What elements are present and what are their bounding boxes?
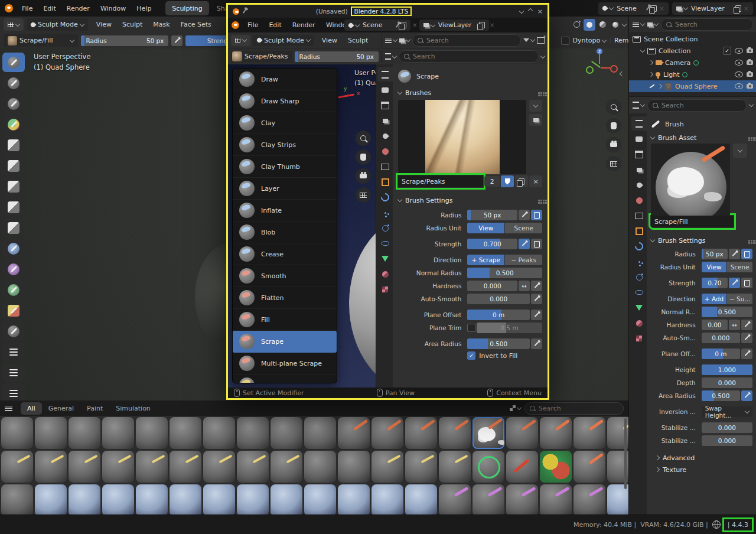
outliner-search-input[interactable]: Search <box>661 18 753 31</box>
network-globe-icon[interactable] <box>712 520 721 529</box>
viewport-menu-view[interactable]: View <box>91 18 117 31</box>
properties-filter-button[interactable] <box>385 53 396 60</box>
render-visibility-icon[interactable] <box>747 60 753 65</box>
segment-option[interactable]: + Add <box>702 294 727 304</box>
blender-logo-icon[interactable] <box>232 21 239 29</box>
minimize-icon[interactable] <box>519 9 524 14</box>
checkbox[interactable]: ✓ <box>467 351 475 360</box>
render-tab[interactable] <box>631 132 647 146</box>
brushes-panel-header[interactable]: Brushes <box>398 87 542 99</box>
shelf-brush-thumbnail[interactable] <box>573 451 605 483</box>
brush-menu-item-multi-plane-scrape[interactable]: Multi-plane Scrape <box>233 353 337 375</box>
unified-toggle-icon[interactable] <box>741 278 752 288</box>
world-tab[interactable] <box>631 193 647 207</box>
value-field[interactable]: 0.000 <box>702 435 752 446</box>
chevron-down-icon[interactable] <box>749 102 754 107</box>
brush-menu-item-inflate[interactable]: Inflate <box>233 200 337 222</box>
segment-option[interactable]: View <box>467 223 504 233</box>
world-tab[interactable] <box>377 144 393 158</box>
maximize-icon[interactable] <box>528 8 533 13</box>
active-brush-selector[interactable]: Scrape/Peaks <box>231 51 292 63</box>
value-slider[interactable]: 0 m <box>702 349 740 359</box>
shelf-tab-general[interactable]: General <box>42 402 80 415</box>
material-tab[interactable] <box>377 267 393 281</box>
shelf-brush-thumbnail[interactable] <box>271 484 302 515</box>
shelf-brush-thumbnail[interactable] <box>35 451 67 483</box>
shelf-brush-thumbnail[interactable] <box>439 417 471 449</box>
chevron-down-icon[interactable] <box>622 21 627 26</box>
tool-tab[interactable] <box>377 67 393 82</box>
x-axis-handle[interactable] <box>610 65 618 73</box>
fake-user-shield-button[interactable] <box>501 175 514 187</box>
duplicate-brush-button[interactable] <box>515 175 528 187</box>
viewlayer-selector[interactable]: ViewLayer × <box>672 2 753 15</box>
brush-menu-item-layer[interactable]: Layer <box>233 178 337 200</box>
value-field[interactable]: 0.000 <box>702 333 740 343</box>
scene-tab[interactable] <box>377 129 393 143</box>
copy-icon[interactable] <box>400 22 406 28</box>
visibility-eye-icon[interactable] <box>735 60 743 66</box>
value-slider[interactable]: 0.500 <box>467 338 530 349</box>
box-trim-tool[interactable] <box>2 197 25 217</box>
inner-titlebar[interactable]: (Unsaved) Blender 4.2.8 LTS × <box>228 5 548 18</box>
pan-hand-icon[interactable] <box>356 149 371 165</box>
expand-icon[interactable] <box>649 72 653 77</box>
segment-option[interactable]: Scene <box>505 223 542 233</box>
view-layer-tab[interactable] <box>377 113 393 128</box>
edit-face-set-tool[interactable] <box>2 301 25 320</box>
checkbox[interactable]: ✓ <box>723 47 731 55</box>
shelf-brush-thumbnail[interactable] <box>136 451 168 483</box>
data-tab[interactable] <box>377 252 393 266</box>
mode-selector[interactable]: Sculpt Mode <box>27 18 88 31</box>
shelf-brush-thumbnail[interactable] <box>102 484 134 515</box>
shelf-brush-thumbnail[interactable] <box>304 484 336 515</box>
checkbox[interactable] <box>467 324 475 332</box>
pressure-icon[interactable] <box>729 249 740 259</box>
viewport-menu-mask[interactable]: Mask <box>148 18 175 31</box>
menu-edit[interactable]: Edit <box>38 2 61 15</box>
tool-tab[interactable] <box>631 116 647 131</box>
unified-toggle-icon[interactable] <box>741 249 752 259</box>
shelf-brush-thumbnail[interactable] <box>304 451 336 483</box>
shelf-brush-thumbnail[interactable] <box>573 417 605 449</box>
expand-icon[interactable] <box>657 84 662 89</box>
collection-tab[interactable] <box>377 159 393 174</box>
shelf-brush-thumbnail[interactable] <box>237 417 269 449</box>
visibility-eye-icon[interactable] <box>735 48 743 54</box>
brush-menu-item-pinch[interactable]: Pinch <box>233 375 337 383</box>
material-tab[interactable] <box>631 316 647 330</box>
value-field[interactable]: 0.000 <box>702 377 752 388</box>
shelf-brush-thumbnail[interactable] <box>506 484 538 515</box>
blender-logo-icon[interactable] <box>5 4 13 12</box>
value-slider[interactable]: 0.5 m <box>477 323 542 333</box>
value-field[interactable]: 0.000 <box>467 281 517 291</box>
constraints-tab[interactable] <box>631 285 647 299</box>
copy-icon[interactable] <box>735 5 741 12</box>
shelf-brush-thumbnail[interactable] <box>338 451 370 483</box>
brush-menu-item-clay-thumb[interactable]: Clay Thumb <box>233 156 337 178</box>
shelf-brush-thumbnail[interactable] <box>102 451 134 483</box>
brush-tool[interactable] <box>2 53 25 72</box>
shelf-brush-thumbnail[interactable] <box>405 451 437 483</box>
value-field[interactable]: 0.000 <box>467 294 530 304</box>
shelf-brush-thumbnail[interactable] <box>170 417 201 449</box>
panel-grip-icon[interactable] <box>748 240 750 242</box>
viewport-menu-sculpt[interactable]: Sculpt <box>117 18 148 31</box>
shelf-brush-thumbnail[interactable] <box>472 451 504 483</box>
texture-tab[interactable] <box>631 331 647 346</box>
segment-option[interactable]: View <box>702 262 727 272</box>
pressure-icon[interactable] <box>531 294 542 304</box>
value-slider[interactable]: 0 m <box>467 310 530 320</box>
shelf-brush-thumbnail[interactable] <box>69 451 100 483</box>
physics-tab[interactable] <box>377 221 393 235</box>
outliner-row-collection[interactable]: Collection✓ <box>629 45 756 57</box>
menu-file[interactable]: File <box>242 19 263 32</box>
brush-menu-item-clay[interactable]: Clay <box>233 112 337 134</box>
shelf-brush-thumbnail[interactable] <box>372 417 403 449</box>
menu-window[interactable]: Window <box>95 2 131 15</box>
value-slider[interactable]: 1.000 <box>702 364 752 375</box>
active-brush-selector[interactable]: Scrape/Fill <box>4 34 78 47</box>
shelf-tab-paint[interactable]: Paint <box>80 402 109 415</box>
zoom-icon[interactable] <box>356 131 371 146</box>
shelf-brush-thumbnail[interactable] <box>540 417 572 449</box>
